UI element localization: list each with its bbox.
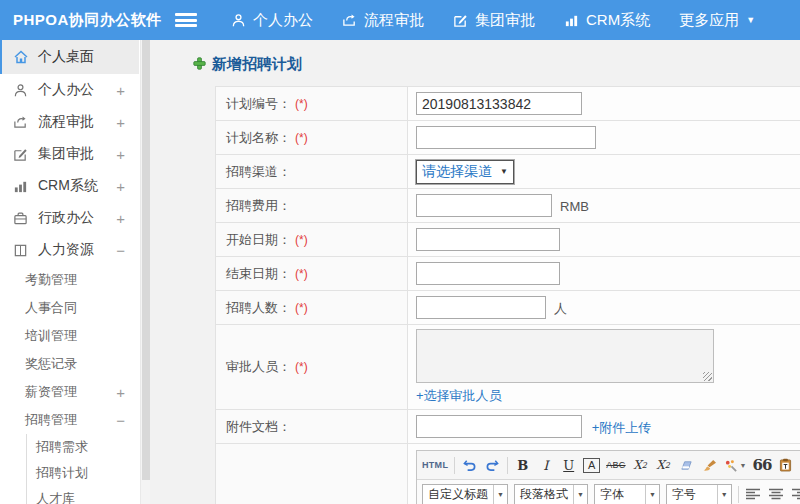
- nav-item-crm-system[interactable]: CRM系统: [564, 11, 650, 30]
- html-source-button[interactable]: HTML: [422, 456, 448, 475]
- sidebar-item-recruit-plan[interactable]: 招聘计划: [27, 460, 137, 486]
- sidebar-scrollbar[interactable]: [140, 40, 150, 504]
- top-navbar: PHPOA协同办公软件 个人办公 流程审批 集团审批 CRM系统: [0, 0, 800, 40]
- sidebar-item-label: 招聘管理: [25, 411, 77, 429]
- expand-plus-icon[interactable]: +: [116, 178, 125, 195]
- sidebar-item-admin-office[interactable]: 行政办公 +: [0, 202, 139, 234]
- align-left-icon[interactable]: [745, 485, 762, 504]
- strikethrough-button[interactable]: ABC: [606, 456, 625, 475]
- caret-down-icon: ▼: [746, 16, 755, 25]
- collapse-minus-icon[interactable]: −: [116, 242, 125, 259]
- chart-icon: [564, 13, 579, 28]
- approvers-textarea[interactable]: [416, 329, 714, 383]
- italic-button[interactable]: I: [537, 456, 554, 475]
- main-content: 新增招聘计划 计划编号：(*) 计划名称：(*): [150, 40, 800, 504]
- sidebar-item-label: 奖惩记录: [25, 355, 77, 373]
- sidebar-item-label: 人才库: [36, 490, 75, 504]
- form-row-channel: 招聘渠道： 请选择渠道 ▼: [216, 155, 800, 189]
- superscript-button[interactable]: X2: [632, 456, 649, 475]
- sidebar-item-salary-mgmt[interactable]: 薪资管理 +: [0, 378, 139, 406]
- sidebar: 个人桌面 个人办公 + 流程审批 + 集团审批: [0, 40, 150, 504]
- expand-plus-icon[interactable]: +: [116, 384, 125, 401]
- expand-plus-icon[interactable]: +: [116, 146, 125, 163]
- headcount-input[interactable]: [416, 296, 546, 319]
- briefcase-icon: [12, 210, 29, 227]
- form-row-plan-name: 计划名称：(*): [216, 121, 800, 155]
- nav-item-group-approval[interactable]: 集团审批: [453, 11, 535, 30]
- choose-approvers-link[interactable]: +选择审批人员: [416, 387, 502, 405]
- field-label: 计划名称：: [226, 130, 291, 145]
- workflow-icon: [12, 114, 29, 131]
- blockquote-button[interactable]: 66: [753, 456, 772, 475]
- paste-text-icon[interactable]: [777, 456, 794, 475]
- form-row-plan-number: 计划编号：(*): [216, 87, 800, 121]
- nav-item-workflow-approval[interactable]: 流程审批: [342, 11, 424, 30]
- edit-icon: [453, 13, 468, 28]
- paragraph-format-dropdown[interactable]: 段落格式 ▼: [514, 484, 588, 504]
- sidebar-item-personal-desktop[interactable]: 个人桌面: [0, 40, 139, 74]
- font-size-dropdown[interactable]: 字号 ▼: [666, 484, 732, 504]
- sidebar-item-training-mgmt[interactable]: 培训管理: [0, 322, 139, 350]
- bold-button[interactable]: B: [514, 456, 531, 475]
- form-row-description: HTML B I U: [216, 444, 800, 504]
- sidebar-item-hr-contract[interactable]: 人事合同: [0, 294, 139, 322]
- sidebar-item-human-resources[interactable]: 人力资源 −: [0, 234, 139, 266]
- sidebar-item-label: 行政办公: [38, 209, 94, 227]
- end-date-input[interactable]: [416, 262, 560, 285]
- scrollbar-thumb[interactable]: [142, 40, 150, 480]
- nav-item-more-apps[interactable]: 更多应用 ▼: [679, 11, 755, 30]
- sidebar-item-workflow-approval[interactable]: 流程审批 +: [0, 106, 139, 138]
- expand-plus-icon[interactable]: +: [116, 210, 125, 227]
- collapse-minus-icon[interactable]: −: [116, 412, 125, 429]
- sidebar-item-attendance-mgmt[interactable]: 考勤管理: [0, 266, 139, 294]
- custom-title-dropdown[interactable]: 自定义标题 ▼: [422, 484, 508, 504]
- sidebar-item-reward-punishment[interactable]: 奖惩记录: [0, 350, 139, 378]
- sidebar-item-recruit-mgmt[interactable]: 招聘管理 −: [0, 406, 139, 434]
- channel-select[interactable]: 请选择渠道 ▼: [416, 160, 514, 184]
- expand-plus-icon[interactable]: +: [116, 114, 125, 131]
- redo-icon[interactable]: [484, 456, 501, 475]
- form-row-start-date: 开始日期：(*): [216, 223, 800, 257]
- auto-typeset-icon[interactable]: ▼: [724, 456, 747, 475]
- eraser-icon[interactable]: [678, 456, 695, 475]
- cost-input[interactable]: [416, 194, 552, 217]
- subscript-button[interactable]: X2: [655, 456, 672, 475]
- sidebar-item-group-approval[interactable]: 集团审批 +: [0, 138, 139, 170]
- start-date-input[interactable]: [416, 228, 560, 251]
- attachment-input[interactable]: [416, 415, 582, 438]
- hamburger-menu-icon[interactable]: [175, 13, 197, 27]
- edit-icon: [12, 146, 29, 163]
- form-row-attachment: 附件文档： +附件上传: [216, 410, 800, 444]
- form-row-cost: 招聘费用： RMB: [216, 189, 800, 223]
- sidebar-item-label: 个人桌面: [38, 48, 94, 66]
- font-family-dropdown[interactable]: 字体 ▼: [594, 484, 660, 504]
- sidebar-item-crm-system[interactable]: CRM系统 +: [0, 170, 139, 202]
- field-label: 招聘渠道：: [226, 164, 291, 179]
- format-brush-icon[interactable]: [701, 456, 718, 475]
- sidebar-item-talent-pool[interactable]: 人才库: [27, 486, 137, 504]
- align-right-icon[interactable]: [791, 485, 800, 504]
- field-label: 开始日期：: [226, 232, 291, 247]
- headcount-unit: 人: [554, 301, 567, 316]
- app-window: PHPOA协同办公软件 个人办公 流程审批 集团审批 CRM系统: [0, 0, 800, 504]
- sidebar-item-label: 集团审批: [38, 145, 94, 163]
- attachment-upload-link[interactable]: +附件上传: [592, 419, 652, 437]
- sidebar-item-label: 人事合同: [25, 299, 77, 317]
- underline-button[interactable]: U: [560, 456, 577, 475]
- field-label: 结束日期：: [226, 266, 291, 281]
- expand-plus-icon[interactable]: +: [116, 82, 125, 99]
- rich-text-editor: HTML B I U: [416, 450, 800, 504]
- font-border-button[interactable]: A: [583, 458, 600, 473]
- sidebar-sublist: 招聘需求 招聘计划 人才库: [26, 434, 150, 504]
- chart-icon: [12, 178, 29, 195]
- plan-name-input[interactable]: [416, 126, 596, 149]
- sidebar-item-label: 培训管理: [25, 327, 77, 345]
- sidebar-item-personal-office[interactable]: 个人办公 +: [0, 74, 139, 106]
- undo-icon[interactable]: [461, 456, 478, 475]
- editor-toolbar-row2: 自定义标题 ▼ 段落格式 ▼ 字体 ▼: [417, 480, 800, 504]
- align-center-icon[interactable]: [768, 485, 785, 504]
- sidebar-item-recruit-demand[interactable]: 招聘需求: [27, 434, 137, 460]
- add-plus-icon: [193, 56, 206, 73]
- nav-item-personal-office[interactable]: 个人办公: [231, 11, 313, 30]
- plan-number-input[interactable]: [416, 92, 582, 115]
